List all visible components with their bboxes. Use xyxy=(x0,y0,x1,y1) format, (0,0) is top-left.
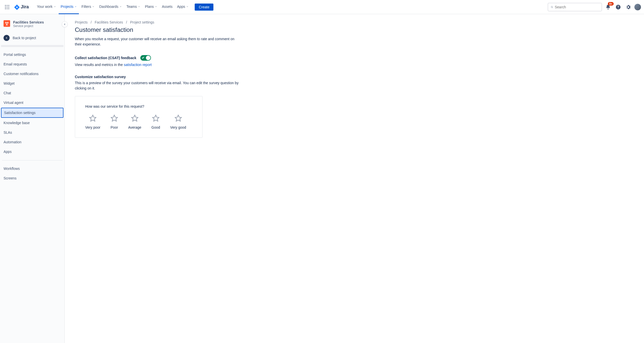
breadcrumb-item[interactable]: Project settings xyxy=(130,20,154,24)
sidebar-collapse-button[interactable] xyxy=(62,21,68,27)
notifications-button[interactable]: 9+ xyxy=(604,3,612,11)
results-text: View results and metrics in the satisfac… xyxy=(75,63,634,67)
breadcrumb-item[interactable]: Projects xyxy=(75,20,88,24)
notification-badge: 9+ xyxy=(608,2,614,6)
nav-item-your-work[interactable]: Your work xyxy=(35,0,58,14)
customize-heading: Customize satisfaction survey xyxy=(75,75,634,79)
rating-row: Very poorPoorAverageGoodVery good xyxy=(85,115,192,129)
rating-option-good[interactable]: Good xyxy=(151,115,160,129)
survey-preview: How was our service for this request? Ve… xyxy=(75,96,203,138)
jira-logo-text: Jira xyxy=(21,4,29,10)
star-icon xyxy=(152,115,160,123)
sidebar-item-apps[interactable]: Apps xyxy=(1,147,63,156)
project-icon xyxy=(4,20,10,27)
chevron-down-icon xyxy=(74,5,77,8)
sidebar-item-customer-notifications[interactable]: Customer notifications xyxy=(1,69,63,78)
satisfaction-report-link[interactable]: satisfaction report xyxy=(124,63,152,67)
nav-item-dashboards[interactable]: Dashboards xyxy=(97,0,124,14)
search-input[interactable] xyxy=(555,5,599,9)
svg-point-5 xyxy=(8,7,9,7)
chevron-down-icon xyxy=(92,5,95,8)
svg-marker-16 xyxy=(152,115,159,121)
sidebar-item-screens[interactable]: Screens xyxy=(1,174,63,183)
chevron-down-icon xyxy=(186,5,189,8)
sidebar-hr xyxy=(2,160,62,161)
svg-marker-13 xyxy=(90,115,96,121)
sidebar-item-satisfaction-settings[interactable]: Satisfaction settings xyxy=(1,108,63,118)
sidebar-item-slas[interactable]: SLAs xyxy=(1,128,63,137)
breadcrumb: Projects/Facilities Services/Project set… xyxy=(75,20,634,24)
sidebar-item-workflows[interactable]: Workflows xyxy=(1,164,63,173)
create-button[interactable]: Create xyxy=(195,4,213,11)
svg-point-3 xyxy=(5,7,6,7)
rating-option-very-poor[interactable]: Very poor xyxy=(85,115,100,129)
search-icon xyxy=(551,5,553,9)
sidebar-group-2: WorkflowsScreens xyxy=(0,163,64,184)
back-to-project-link[interactable]: Back to project xyxy=(0,33,64,45)
csat-feedback-label: Collect satisfaction (CSAT) feedback xyxy=(75,56,136,60)
star-icon xyxy=(131,115,139,123)
chevron-down-icon xyxy=(54,5,56,8)
app-switcher-icon[interactable] xyxy=(3,3,11,11)
sidebar-item-portal-settings[interactable]: Portal settings xyxy=(1,50,63,59)
nav-item-apps[interactable]: Apps xyxy=(175,0,191,14)
svg-point-4 xyxy=(7,7,7,7)
csat-toggle[interactable] xyxy=(140,55,151,61)
rating-label: Poor xyxy=(110,125,118,129)
rating-label: Good xyxy=(151,125,160,129)
sidebar-item-virtual-agent[interactable]: Virtual agent xyxy=(1,98,63,107)
project-header[interactable]: Facilities Services Service project xyxy=(0,20,64,33)
help-button[interactable] xyxy=(614,3,622,11)
back-label: Back to project xyxy=(13,36,36,40)
svg-point-1 xyxy=(7,5,7,6)
svg-line-10 xyxy=(552,7,553,8)
nav-item-projects[interactable]: Projects xyxy=(59,0,79,14)
nav-items: Your workProjectsFiltersDashboardsTeamsP… xyxy=(35,0,191,14)
toggle-knob xyxy=(146,56,150,60)
project-type: Service project xyxy=(13,24,44,28)
chevron-down-icon xyxy=(119,5,122,8)
svg-point-6 xyxy=(5,8,6,9)
check-icon xyxy=(142,56,145,60)
chevron-down-icon xyxy=(138,5,140,8)
page-title: Customer satisfaction xyxy=(75,26,634,33)
sidebar-item-chat[interactable]: Chat xyxy=(1,88,63,98)
jira-icon xyxy=(14,4,20,10)
chevron-down-icon xyxy=(155,5,157,8)
rating-label: Very poor xyxy=(85,125,100,129)
sidebar-item-email-requests[interactable]: Email requests xyxy=(1,60,63,69)
sidebar-item-knowledge-base[interactable]: Knowledge base xyxy=(1,118,63,127)
survey-question[interactable]: How was our service for this request? xyxy=(85,104,192,108)
nav-item-teams[interactable]: Teams xyxy=(124,0,142,14)
nav-item-filters[interactable]: Filters xyxy=(79,0,97,14)
rating-option-very-good[interactable]: Very good xyxy=(170,115,186,129)
customize-description: This is a preview of the survey your cus… xyxy=(75,80,239,91)
svg-marker-15 xyxy=(131,115,138,121)
star-icon xyxy=(174,115,182,123)
svg-marker-17 xyxy=(175,115,181,121)
top-navigation: Jira Your workProjectsFiltersDashboardsT… xyxy=(0,0,644,14)
help-icon xyxy=(615,4,621,10)
user-avatar[interactable] xyxy=(634,4,641,10)
breadcrumb-item[interactable]: Facilities Services xyxy=(95,20,123,24)
rating-option-average[interactable]: Average xyxy=(128,115,141,129)
rating-label: Average xyxy=(128,125,141,129)
star-icon xyxy=(89,115,97,123)
svg-point-7 xyxy=(7,8,7,9)
search-box[interactable] xyxy=(548,3,602,11)
sidebar: Facilities Services Service project Back… xyxy=(0,14,65,343)
gear-icon xyxy=(626,4,631,10)
sidebar-item-widget[interactable]: Widget xyxy=(1,79,63,88)
nav-item-plans[interactable]: Plans xyxy=(143,0,159,14)
project-name: Facilities Services xyxy=(13,20,44,24)
svg-point-0 xyxy=(5,5,6,6)
rating-option-poor[interactable]: Poor xyxy=(110,115,118,129)
settings-button[interactable] xyxy=(624,3,632,11)
chevron-left-icon xyxy=(63,23,66,26)
svg-point-8 xyxy=(8,8,9,9)
svg-point-2 xyxy=(8,5,9,6)
svg-marker-14 xyxy=(111,115,117,121)
sidebar-item-automation[interactable]: Automation xyxy=(1,138,63,147)
nav-item-assets[interactable]: Assets xyxy=(160,0,174,14)
jira-logo[interactable]: Jira xyxy=(12,4,31,10)
